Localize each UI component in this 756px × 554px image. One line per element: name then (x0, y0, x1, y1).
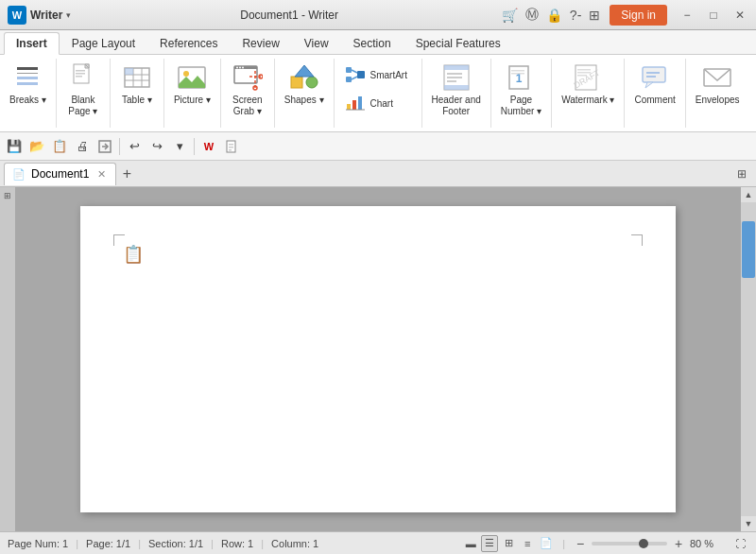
shield-icon[interactable]: 🔒 (544, 6, 564, 25)
tab-view[interactable]: View (292, 31, 341, 54)
svg-line-33 (352, 70, 357, 73)
dropdown-button[interactable]: ▾ (169, 136, 190, 157)
toolbar-sep1 (119, 138, 120, 155)
svg-rect-30 (346, 67, 352, 73)
scroll-thumb[interactable] (742, 221, 755, 278)
right-panel: ⊞ (0, 187, 15, 531)
svg-rect-53 (577, 75, 587, 77)
tab-section[interactable]: Section (341, 31, 404, 54)
open-button[interactable]: 📂 (26, 136, 47, 157)
svg-point-22 (242, 67, 244, 69)
cart-icon[interactable]: 🛒 (500, 6, 520, 25)
doc-tab-close-button[interactable]: ✕ (94, 167, 108, 181)
view-single-icon[interactable]: ▬ (462, 535, 479, 552)
doc-tabs: 📄 Document1 ✕ + ⊞ (0, 161, 756, 187)
maximize-button[interactable]: □ (701, 5, 726, 26)
breaks-group: Breaks ▾ (0, 59, 57, 128)
layout-icon[interactable]: ⊞ (587, 6, 602, 25)
scroll-track[interactable] (741, 202, 756, 516)
zoom-in-button[interactable]: + (671, 536, 686, 551)
shapes-icon (289, 62, 319, 93)
svg-marker-55 (645, 82, 653, 88)
headerfooter-icon (441, 62, 472, 93)
comment-label: Comment (634, 95, 675, 106)
minimize-button[interactable]: − (675, 5, 699, 26)
smartart-button[interactable]: SmartArt (340, 61, 416, 89)
svg-rect-42 (447, 73, 462, 75)
help-icon[interactable]: ?- (568, 6, 583, 25)
pagenumber-label: PageNumber ▾ (501, 95, 541, 117)
blank-page-group: BlankPage ▾ (57, 59, 111, 128)
app-name: Writer (30, 9, 62, 22)
comment-button[interactable]: Comment (630, 61, 679, 119)
tab-insert[interactable]: Insert (4, 32, 60, 55)
svg-rect-56 (646, 72, 660, 74)
title-bar: W Writer ▾ Document1 - Writer 🛒 Ⓜ 🔒 ?- ⊞… (0, 0, 756, 30)
zoom-out-button[interactable]: − (573, 536, 588, 551)
svg-marker-29 (295, 65, 314, 77)
document-title: Document1 - Writer (78, 9, 499, 22)
watermark-button[interactable]: DRAFT Watermark ▾ (558, 61, 618, 119)
doc-tab-btn[interactable] (221, 136, 242, 157)
blank-page-button[interactable]: BlankPage ▾ (62, 61, 104, 119)
headerfooter-group: Header andFooter (422, 59, 491, 128)
tab-special-features[interactable]: Special Features (404, 31, 513, 54)
svg-rect-35 (347, 104, 351, 110)
tab-review[interactable]: Review (230, 31, 291, 54)
tab-references[interactable]: References (147, 31, 230, 54)
save-button[interactable]: 💾 (4, 136, 25, 157)
svg-point-21 (239, 67, 241, 69)
svg-rect-40 (444, 65, 469, 70)
envelopes-label: Envelopes (696, 95, 740, 106)
app-dropdown-icon[interactable]: ▾ (66, 10, 71, 20)
ribbon-content: Breaks ▾ BlankPage ▾ (0, 55, 756, 132)
svg-rect-17 (179, 84, 205, 88)
close-button[interactable]: ✕ (728, 5, 752, 26)
svg-point-20 (236, 67, 238, 69)
picture-button[interactable]: Picture ▾ (170, 61, 215, 119)
headerfooter-button[interactable]: Header andFooter (428, 61, 485, 119)
tab-settings-button[interactable]: ⊞ (731, 164, 752, 184)
zoom-slider[interactable] (592, 542, 667, 545)
envelopes-button[interactable]: Envelopes (692, 61, 744, 119)
picture-group: Picture ▾ (164, 59, 221, 128)
wps-office-icon[interactable]: Ⓜ (524, 5, 541, 26)
comment-group: Comment (625, 59, 685, 128)
breaks-button[interactable]: Breaks ▾ (6, 61, 50, 119)
wps-logo-btn[interactable]: W (198, 136, 219, 157)
view-multi-icon[interactable]: ☰ (481, 535, 498, 552)
corner-mark-tr (631, 234, 643, 246)
svg-rect-1 (17, 73, 38, 74)
export-button[interactable] (94, 136, 115, 157)
save-as-button[interactable]: 📋 (49, 136, 70, 157)
scroll-down-button[interactable]: ▼ (741, 516, 756, 531)
shapes-label: Shapes ▾ (284, 95, 324, 106)
view-draft-icon[interactable]: 📄 (538, 535, 555, 552)
svg-rect-32 (357, 71, 365, 78)
svg-rect-52 (577, 72, 591, 74)
pagenumber-button[interactable]: 1 PageNumber ▾ (497, 61, 545, 119)
redo-button[interactable]: ↪ (146, 136, 167, 157)
table-button[interactable]: Table ▾ (116, 61, 158, 119)
sign-in-button[interactable]: Sign in (610, 5, 667, 26)
panel-icon-1[interactable]: ⊞ (1, 189, 14, 202)
chart-button[interactable]: Chart (340, 89, 416, 117)
shapes-button[interactable]: Shapes ▾ (281, 61, 328, 119)
toolbar: 💾 📂 📋 🖨 ↩ ↪ ▾ W (0, 132, 756, 161)
tab-page-layout[interactable]: Page Layout (60, 31, 147, 54)
undo-button[interactable]: ↩ (124, 136, 145, 157)
zoom-slider-thumb[interactable] (639, 539, 648, 548)
scroll-up-button[interactable]: ▲ (741, 187, 756, 202)
smartart-chart-group: SmartArt Chart (335, 59, 422, 128)
fullscreen-button[interactable]: ⛶ (731, 535, 748, 552)
svg-rect-64 (229, 149, 232, 151)
view-outline-icon[interactable]: ≡ (519, 535, 536, 552)
view-grid-icon[interactable]: ⊞ (500, 535, 517, 552)
screengrab-button[interactable]: ScreenGrab ▾ (227, 61, 268, 119)
print-button[interactable]: 🖨 (72, 136, 93, 157)
toolbar-sep2 (194, 138, 195, 155)
document-tab[interactable]: 📄 Document1 ✕ (4, 163, 116, 185)
svg-point-16 (183, 71, 189, 77)
svg-rect-31 (346, 77, 352, 82)
new-tab-button[interactable]: + (116, 164, 137, 184)
